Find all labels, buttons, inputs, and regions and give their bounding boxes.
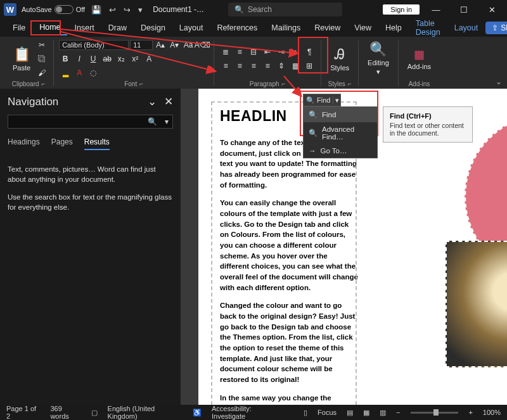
nav-search-box[interactable]: 🔍 ▾: [8, 115, 173, 129]
justify-button[interactable]: ≡: [261, 60, 274, 72]
tab-table-design[interactable]: Table Design: [409, 16, 447, 39]
tab-review[interactable]: Review: [308, 21, 347, 35]
tab-help[interactable]: Help: [379, 21, 408, 35]
autosave-toggle[interactable]: AutoSave Off: [22, 5, 85, 14]
dialog-launcher-icon[interactable]: ⌐: [348, 80, 352, 87]
superscript-button[interactable]: x²: [129, 53, 141, 65]
borders-button[interactable]: ⊞: [303, 60, 316, 72]
nav-tab-headings[interactable]: Headings: [8, 137, 40, 150]
close-button[interactable]: ✕: [480, 5, 503, 15]
font-color-button[interactable]: A: [73, 67, 86, 79]
status-language[interactable]: English (United Kingdom): [108, 405, 183, 420]
bullets-button[interactable]: ≣: [219, 46, 232, 58]
tab-home[interactable]: Home: [33, 20, 67, 35]
tab-layout-contextual[interactable]: Layout: [448, 21, 485, 35]
signin-button[interactable]: Sign in: [383, 4, 420, 15]
grow-font-button[interactable]: A▴: [154, 39, 167, 51]
change-case-button[interactable]: Aa: [182, 39, 195, 51]
text-effects-2-button[interactable]: ◌: [87, 67, 99, 79]
text-effects-button[interactable]: A: [143, 53, 155, 65]
accessibility-icon[interactable]: ♿: [193, 409, 202, 417]
clear-format-button[interactable]: A⌫: [196, 39, 209, 51]
save-icon[interactable]: 💾: [90, 4, 103, 16]
nav-tab-results[interactable]: Results: [84, 137, 110, 150]
search-box[interactable]: 🔍 Search: [228, 3, 342, 16]
font-name-select[interactable]: Calibri (Body): [59, 40, 129, 50]
line-spacing-button[interactable]: ⇕: [275, 60, 288, 72]
tab-file[interactable]: File: [6, 21, 32, 35]
cut-button[interactable]: ✂: [35, 39, 48, 51]
dialog-launcher-icon[interactable]: ⌐: [282, 80, 286, 87]
maximize-button[interactable]: ☐: [452, 5, 475, 15]
tab-mailings[interactable]: Mailings: [265, 21, 307, 35]
tab-insert[interactable]: Insert: [68, 21, 101, 35]
toggle-off-icon[interactable]: [55, 5, 74, 14]
status-zoom[interactable]: 100%: [483, 409, 501, 416]
close-icon[interactable]: ✕: [164, 95, 173, 108]
underline-button[interactable]: U: [87, 53, 99, 65]
paste-button[interactable]: 📋 Paste: [9, 44, 34, 74]
bold-button[interactable]: B: [59, 53, 72, 65]
zoom-in-icon[interactable]: +: [468, 409, 472, 416]
find-split-chevron[interactable]: ▾: [333, 96, 340, 105]
qat-dropdown-icon[interactable]: ▾: [137, 4, 144, 16]
food-image-placeholder[interactable]: [446, 241, 507, 367]
format-painter-button[interactable]: 🖌: [35, 67, 48, 79]
read-mode-icon[interactable]: ▤: [347, 409, 353, 417]
search-icon[interactable]: 🔍: [144, 117, 161, 126]
zoom-out-icon[interactable]: −: [396, 409, 400, 416]
focus-mode-icon[interactable]: ▯: [304, 409, 307, 417]
addins-button[interactable]: ▦ Add-ins: [404, 45, 435, 73]
menu-item-advanced-find[interactable]: 🔍Advanced Find…: [304, 122, 377, 144]
dialog-launcher-icon[interactable]: ⌐: [139, 80, 143, 87]
status-accessibility[interactable]: Accessibility: Investigate: [212, 405, 283, 420]
tab-layout[interactable]: Layout: [173, 21, 210, 35]
italic-button[interactable]: I: [73, 53, 86, 65]
menu-item-find[interactable]: 🔍Find: [304, 107, 377, 122]
align-center-button[interactable]: ≡: [233, 60, 246, 72]
collapse-ribbon-icon[interactable]: ⌄: [496, 77, 502, 86]
indent-dec-button[interactable]: ⇤: [261, 46, 274, 58]
nav-search-input[interactable]: [8, 118, 144, 125]
nav-tab-pages[interactable]: Pages: [51, 137, 73, 150]
subscript-button[interactable]: x₂: [115, 53, 127, 65]
share-button[interactable]: ⇪ Share ▾: [485, 22, 507, 34]
indent-inc-button[interactable]: ⇥: [275, 46, 288, 58]
sort-button[interactable]: ↕: [289, 46, 302, 58]
shrink-font-button[interactable]: A▾: [168, 39, 181, 51]
tab-draw[interactable]: Draw: [102, 21, 133, 35]
status-focus[interactable]: Focus: [318, 409, 337, 416]
chevron-down-icon[interactable]: ▾: [161, 117, 172, 126]
zoom-slider[interactable]: [411, 412, 459, 414]
status-words[interactable]: 369 words: [50, 405, 80, 420]
multilevel-button[interactable]: ⊟: [247, 46, 260, 58]
print-layout-icon[interactable]: ▦: [363, 409, 369, 417]
align-left-button[interactable]: ≡: [219, 60, 232, 72]
font-size-select[interactable]: 11: [130, 40, 153, 50]
dialog-launcher-icon[interactable]: ⌐: [42, 80, 46, 87]
editing-button[interactable]: 🔍 Editing ▾: [364, 39, 393, 79]
tab-view[interactable]: View: [348, 21, 378, 35]
redo-icon[interactable]: ↪: [122, 4, 132, 16]
tab-references[interactable]: References: [210, 21, 264, 35]
tab-design[interactable]: Design: [134, 21, 172, 35]
styles-button[interactable]: Ꭿ Styles: [326, 44, 353, 74]
undo-icon[interactable]: ↩: [108, 4, 117, 16]
align-right-button[interactable]: ≡: [247, 60, 260, 72]
menu-item-goto[interactable]: →Go To…: [304, 144, 377, 158]
show-marks-button[interactable]: ¶: [303, 46, 316, 58]
chevron-down-icon[interactable]: ⌄: [148, 95, 157, 108]
copy-button[interactable]: ⿻: [35, 53, 48, 65]
strike-button[interactable]: ab: [101, 53, 113, 65]
shading-button[interactable]: ▦: [289, 60, 302, 72]
word-app-icon[interactable]: W: [4, 3, 16, 16]
spellcheck-icon[interactable]: ▢: [91, 409, 98, 417]
autosave-label: AutoSave: [22, 6, 52, 13]
minimize-button[interactable]: —: [425, 5, 447, 15]
status-page[interactable]: Page 1 of 2: [6, 405, 40, 420]
numbering-button[interactable]: ≡: [233, 46, 246, 58]
highlight-button[interactable]: ▂: [59, 67, 72, 79]
find-split-button[interactable]: 🔍Find ▾: [303, 94, 341, 106]
web-layout-icon[interactable]: ▥: [380, 409, 386, 417]
document-title[interactable]: Document1 -…: [153, 5, 204, 14]
